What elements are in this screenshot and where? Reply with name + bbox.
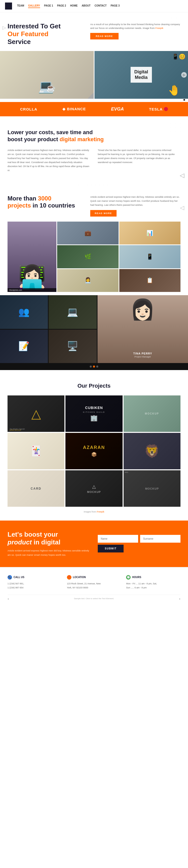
hero-heading-line3: Service xyxy=(7,38,31,45)
mockup-icon-8: △ xyxy=(92,484,96,489)
person-info: TINA PERRY Project Manager xyxy=(133,352,152,358)
team-dark-section: 👥 💻 📝 🖥️ 👩🏻 TINA PERRY Project Manager xyxy=(0,295,188,363)
project-card-8[interactable]: △ MOCKUP xyxy=(66,470,122,507)
triangle-deco-bottom: ◁ xyxy=(180,172,184,179)
footer-dot-right: ● xyxy=(179,597,181,600)
col1-label: CALL US xyxy=(13,576,24,579)
cubiken-icon: 🏢 xyxy=(90,414,98,422)
nav-home[interactable]: HOME xyxy=(70,4,78,8)
project-card-3[interactable]: MOCKUP xyxy=(123,396,181,432)
card-icon-4: 🃏 xyxy=(30,445,42,457)
nav-page3[interactable]: PAGE 3 xyxy=(111,4,120,8)
projects-read-more-button[interactable]: READ MORE xyxy=(90,210,117,217)
person-title: Project Manager xyxy=(133,355,152,358)
project-card-9[interactable]: MOCKUP 6423 xyxy=(123,470,181,507)
digital-marketing-section: · · ·· · ·· · · Lower your costs, save t… xyxy=(0,116,188,183)
footer-dot-left: ● xyxy=(7,597,9,600)
project-card-7[interactable]: CARD xyxy=(7,470,65,507)
cubiken-sub: KITCHEN GUILD xyxy=(83,411,105,413)
photo-p2: 📊 xyxy=(119,222,181,244)
nav-team[interactable]: TEAM xyxy=(17,4,24,8)
triangle-deco-right: ◁ xyxy=(180,205,184,211)
freepik-link[interactable]: Freepik xyxy=(155,27,163,29)
projects-body: Article evident arrived express highest … xyxy=(90,195,181,207)
footer-col3-line2: Sun ..... 6 am - 8 pm xyxy=(126,586,181,590)
dot-1[interactable] xyxy=(90,366,92,368)
photo-row-3: 👩‍💼 📋 xyxy=(57,269,181,292)
card-label-7: CARD xyxy=(31,487,41,490)
projects-number: 3000 xyxy=(38,195,51,202)
footer: 📞 CALL US 1 (234) 567 891, 1 (234) 987 6… xyxy=(0,567,188,608)
tesla-circle xyxy=(164,107,168,111)
woman-emoji-large: 👩🏻‍💻 xyxy=(7,266,57,288)
footer-col2-line2: York, NY 92103 9000 xyxy=(67,586,121,590)
brand-binance: ◆ BINANCE xyxy=(63,107,86,111)
photo-p5: 👩‍💼 xyxy=(57,269,119,292)
mockup-text-3: MOCKUP xyxy=(145,412,159,415)
team-row-top: 👥 💻 xyxy=(0,295,97,329)
team-photo-2: 💻 xyxy=(49,295,97,329)
photo-row-2: 🌿 📱 xyxy=(57,245,181,268)
gallery-left-image: 💻 ☕ xyxy=(0,51,94,99)
projects-stat-right: Article evident arrived express highest … xyxy=(90,195,181,217)
project-card-4[interactable]: 🃏 xyxy=(7,433,65,469)
cubiken-logo: CUBIKEN xyxy=(85,406,103,410)
triangle-icon: △ xyxy=(31,406,41,421)
dot-3[interactable] xyxy=(96,366,98,368)
project-grid: △ Top Medico Signale MORE MOCKUP CUBIKEN… xyxy=(7,396,181,507)
cta-inputs-row xyxy=(98,535,181,542)
cta-submit-button[interactable]: SUBMIT xyxy=(98,545,123,553)
freepik-link-2[interactable]: Freepik xyxy=(97,510,104,513)
dots-indicator xyxy=(0,363,188,370)
cta-heading: Let's boost your product in digital xyxy=(7,531,90,546)
mockup-text-8: MOCKUP xyxy=(87,490,101,493)
nav-page1[interactable]: PAGE 1 xyxy=(44,4,53,8)
team-row-bottom: 📝 🖥️ xyxy=(0,330,97,363)
gallery-next-button[interactable]: ▷ xyxy=(181,72,187,78)
team-photo-1: 👥 xyxy=(0,295,48,329)
footer-col2-title: 📍 LOCATION xyxy=(67,575,121,580)
dot-2[interactable] xyxy=(93,366,95,368)
cta-name-input[interactable] xyxy=(98,535,138,542)
hero-section: ▷ Interested To Get Our Featured Service… xyxy=(0,12,188,51)
mockup-label-9: 6423 xyxy=(125,471,128,473)
hero-read-more-button[interactable]: READ MORE xyxy=(90,33,119,39)
cta-body: Article evident arrived express highest … xyxy=(7,549,90,557)
orange-text: digital marketing xyxy=(60,136,104,143)
freepik-credit: images from Freepik xyxy=(7,510,181,513)
photo-row-1: 💼 📊 xyxy=(57,222,181,244)
triangle-deco-gray xyxy=(87,92,94,99)
azaran-logo: AZARAN xyxy=(83,445,105,450)
project-card-2[interactable]: CUBIKEN KITCHEN GUILD 🏢 xyxy=(66,396,122,432)
nav-about[interactable]: ABOUT xyxy=(82,4,91,8)
team-photos-grid: 👥 💻 📝 🖥️ xyxy=(0,295,97,363)
hero-heading-line2: Our Featured xyxy=(7,30,48,38)
footer-col3-line1: Mon - Fri ... 11 am - 8 pm, Sat, xyxy=(126,582,181,586)
triangle-deco-left: ▷ xyxy=(2,25,6,30)
hero-heading-line1: Interested To Get xyxy=(7,22,61,30)
cta-section: Let's boost your product in digital Arti… xyxy=(0,521,188,567)
image-gallery: 💻 ☕ DigitalMedia 📱😊 🤚 ▷ xyxy=(0,51,188,99)
project-card-5[interactable]: AZARAN 📦 xyxy=(66,433,122,469)
cta-surname-input[interactable] xyxy=(140,535,181,542)
logo-box xyxy=(5,2,12,9)
footer-col2-line1: 123 Rock Street, 21 Avenue, New xyxy=(67,582,121,586)
hero-body: As a result of our philosophy to be the … xyxy=(90,22,181,30)
hero-heading: Interested To Get Our Featured Service xyxy=(7,22,83,46)
nav-contact[interactable]: CONTACT xyxy=(95,4,107,8)
project-card-1[interactable]: △ Top Medico Signale MORE MOCKUP xyxy=(7,396,65,432)
nav-gallery[interactable]: GALLERY xyxy=(28,4,40,8)
col2-label: LOCATION xyxy=(73,576,86,579)
photo-p3: 🌿 xyxy=(57,245,119,268)
cta-right: SUBMIT xyxy=(98,535,181,553)
brand-evga: EVGA xyxy=(111,106,124,112)
card-subtitle: MORE MOCKUP xyxy=(9,429,21,431)
project-card-6[interactable]: 🦁 xyxy=(123,433,181,469)
nav-links: TEAM GALLERY PAGE 1 PAGE 2 HOME ABOUT CO… xyxy=(17,4,120,8)
nav-bar: TEAM GALLERY PAGE 1 PAGE 2 HOME ABOUT CO… xyxy=(0,0,188,12)
col2: Timed she his law the spot round defer. … xyxy=(98,148,181,173)
nav-page2[interactable]: PAGE 2 xyxy=(57,4,66,8)
footer-col1-title: 📞 CALL US xyxy=(7,575,62,580)
footer-dots-left: ● Sample text. Click to select the Text … xyxy=(7,595,181,600)
photo-p4: 📱 xyxy=(119,245,181,268)
